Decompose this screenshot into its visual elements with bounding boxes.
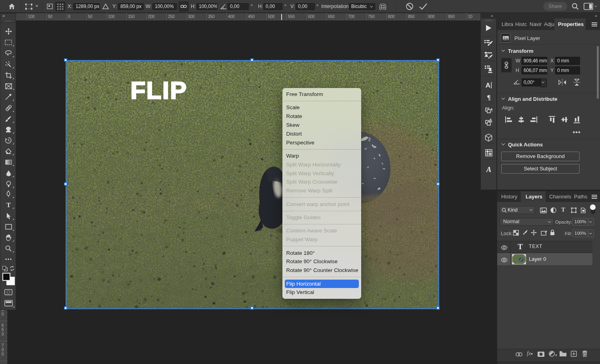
- svg-text:T: T: [6, 202, 11, 208]
- svg-text:¶: ¶: [491, 108, 492, 112]
- svg-text:A: A: [486, 166, 491, 174]
- svg-text:¶: ¶: [487, 94, 490, 101]
- svg-text:A: A: [485, 82, 490, 89]
- svg-text:A: A: [489, 119, 492, 124]
